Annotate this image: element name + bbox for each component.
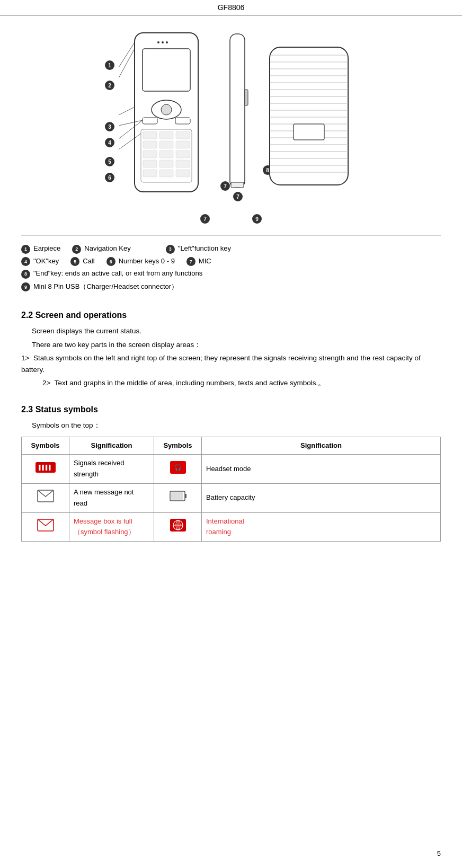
svg-rect-61 [185,494,186,498]
svg-rect-8 [175,118,190,124]
legend-num-3: 3 [166,245,175,254]
callout-2: 2 [105,81,114,90]
svg-rect-13 [143,141,157,148]
legend-label-1: Earpiece [33,244,60,252]
sig-msgfull-text: Message box is full [74,517,132,525]
sig-headset: Headset mode [202,455,441,484]
svg-rect-21 [176,160,190,167]
legend-num-8: 8 [21,270,30,279]
legend-num-5: 5 [70,257,79,266]
sig-signal-text: Signals received strength [74,459,124,478]
callout-labels-left: 1 2 3 4 5 6 [105,28,114,183]
phone-side-view: 8 7 [225,26,251,208]
phone-back-svg [262,42,357,206]
svg-rect-12 [176,131,190,139]
svg-rect-62 [171,492,183,500]
svg-rect-19 [143,160,157,167]
table-header-row: Symbols Signification Symbols Significat… [22,437,441,455]
legend-label-2: Navigation Key [84,244,130,252]
sig-roaming-text: International [206,517,244,525]
svg-point-3 [162,41,164,43]
section-22-item2: 2> Text and graphs in the middle of area… [21,377,441,389]
section-22-item1: 1> Status symbols on the left and right … [21,352,441,375]
svg-text:🎧: 🎧 [174,464,182,471]
phone-diagram-section: 1 2 3 4 5 6 [21,26,441,295]
svg-rect-10 [143,131,157,139]
legend-num-9: 9 [21,282,30,291]
phones-row: 1 2 3 4 5 6 [105,26,357,208]
sig-battery: Battery capacity [202,483,441,512]
headset-icon: 🎧 [170,460,186,474]
svg-rect-1 [143,49,190,91]
signal-icon: ▌▌▌▌ [35,462,56,473]
callout-1: 1 [105,60,114,70]
callout-7b: 7 [233,192,243,201]
svg-rect-15 [176,141,190,148]
svg-rect-14 [159,141,173,148]
section-23-body: Symbols on the top： Symbols Significatio… [21,420,441,542]
callout-4: 4 [105,138,114,147]
globe-icon [170,518,186,532]
svg-rect-31 [230,34,245,188]
table-row-3: Message box is full （symbol flashing） [22,512,441,542]
col-symbols-1: Symbols [22,437,69,455]
legend-num-7: 7 [186,257,196,266]
svg-text:▌▌▌▌: ▌▌▌▌ [39,464,52,471]
phone-back-view [262,42,357,208]
legend-label-8: "End"key: ends an active call, or exit f… [33,269,202,277]
item1-prefix: 1> [21,354,29,362]
legend-label-5: Call [83,257,94,265]
section-23-intro: Symbols on the top： [21,420,441,431]
col-signification-2: Signification [202,437,441,455]
item2-prefix: 2> [42,379,50,387]
section-23-title: 2.3 Status symbols [21,405,441,414]
svg-rect-11 [159,131,173,139]
symbol-envelope [22,483,69,512]
callout-6: 6 [105,173,114,182]
sig-envelope-text: A new message not read [74,488,134,507]
svg-rect-22 [143,170,157,177]
svg-rect-20 [159,160,173,167]
legend-label-3: "Left"function key [178,244,231,252]
legend-line-3: 8 "End"key: ends an active call, or exit… [21,269,441,279]
callout-3: 3 [105,122,114,131]
svg-line-27 [119,107,135,115]
bottom-callouts: 7 9 [200,213,262,225]
phone-side-svg [225,26,251,206]
col-signification-1: Signification [69,437,154,455]
sig-battery-text: Battery capacity [206,493,255,501]
symbol-signal: ▌▌▌▌ [22,455,69,484]
legend-num-4: 4 [21,257,30,266]
phone-front-svg [119,28,214,208]
svg-rect-17 [159,150,173,158]
envelope-icon [37,490,54,502]
legend-num-6: 6 [106,257,116,266]
sig-envelope: A new message not read [69,483,154,512]
symbol-battery [154,483,202,512]
col-symbols-2: Symbols [154,437,202,455]
svg-rect-32 [245,90,248,105]
sig-signal: Signals received strength [69,455,154,484]
section-22-body: Screen displays the current status. Ther… [21,325,441,389]
table-row-2: A new message not read Battery capacity [22,483,441,512]
svg-rect-7 [143,118,157,124]
legend-box: 1 Earpiece 2 Navigation Key 3 "Left"func… [21,235,441,295]
svg-point-6 [161,104,172,115]
svg-rect-16 [143,150,157,158]
svg-rect-23 [159,170,173,177]
symbol-headset: 🎧 [154,455,202,484]
svg-point-4 [166,41,168,43]
envelope-full-icon [37,519,54,532]
status-table: Symbols Signification Symbols Significat… [21,437,441,542]
symbol-envelope-full [22,512,69,542]
page-content: 1 2 3 4 5 6 [0,15,462,552]
legend-label-7: MIC [199,257,211,265]
item2-text: Text and graphs in the middle of area, i… [55,379,326,387]
section-22-title: 2.2 Screen and operations [21,311,441,320]
sig-roaming: International roaming [202,512,441,542]
section-22-para2: There are two key parts in the screen di… [21,339,441,351]
svg-rect-54 [294,124,324,140]
callout-5: 5 [105,157,114,166]
svg-point-2 [157,41,159,43]
legend-line-2: 4 "OK"key 5 Call 6 Number keys 0 - 9 7 M… [21,257,441,267]
